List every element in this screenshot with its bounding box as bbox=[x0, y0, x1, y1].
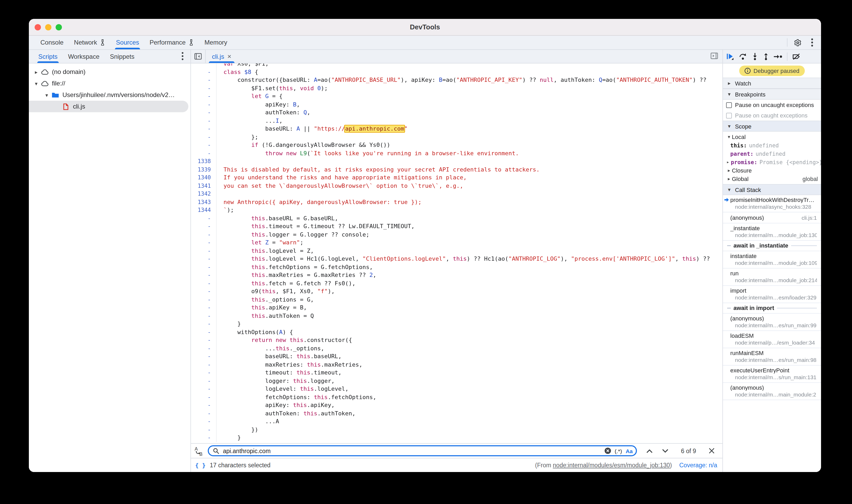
code-line[interactable]: - this.logLevel = Hc1(G.logLevel, "Clien… bbox=[191, 255, 723, 263]
source-code-view[interactable]: var Xs0, $F1;-class $8 {- constructor({b… bbox=[191, 64, 723, 443]
code-line[interactable]: - return new this.constructor({ bbox=[191, 336, 723, 344]
code-line[interactable]: - this.baseURL = G.baseURL, bbox=[191, 214, 723, 222]
pretty-print-marker[interactable]: - bbox=[191, 222, 216, 231]
pretty-print-marker[interactable]: - bbox=[191, 401, 216, 409]
pretty-print-marker[interactable] bbox=[191, 64, 216, 68]
scope-section-local[interactable]: ▾Local bbox=[723, 133, 821, 141]
pretty-print-marker[interactable]: - bbox=[191, 117, 216, 125]
tab-console[interactable]: Console bbox=[35, 36, 69, 49]
breakpoints-section-header[interactable]: ▾ Breakpoints bbox=[723, 89, 821, 100]
callstack-frame[interactable]: runMainESMnode:internal/m…es/run_main:98 bbox=[723, 348, 821, 365]
code-line[interactable]: - $F1.set(this, void 0); bbox=[191, 84, 723, 92]
pretty-print-marker[interactable]: - bbox=[191, 426, 216, 434]
pretty-print-marker[interactable]: - bbox=[191, 287, 216, 295]
callstack-frame[interactable]: (anonymous)node:internal/m…es/run_main:9… bbox=[723, 313, 821, 331]
toggle-debugger-sidebar-icon[interactable] bbox=[710, 52, 718, 60]
code-line[interactable]: - this.logger = G.logger ?? console; bbox=[191, 231, 723, 239]
callstack-frame[interactable]: runnode:internal/m…module_job:214 bbox=[723, 269, 821, 286]
close-button[interactable] bbox=[35, 24, 41, 30]
sidebar-tab-scripts[interactable]: Scripts bbox=[33, 50, 63, 63]
callstack-frame[interactable]: importnode:internal/m…esm/loader:329 bbox=[723, 286, 821, 303]
pretty-print-marker[interactable]: - bbox=[191, 239, 216, 247]
code-line[interactable]: - authToken: this.authToken, bbox=[191, 409, 723, 417]
code-line[interactable]: - logger: this.logger, bbox=[191, 377, 723, 385]
pretty-print-marker[interactable]: - bbox=[191, 149, 216, 157]
zoom-button[interactable] bbox=[56, 24, 62, 30]
code-line[interactable]: 1340If you understand the risks and have… bbox=[191, 174, 723, 182]
code-line[interactable]: - this.authToken = Q bbox=[191, 312, 723, 320]
code-line[interactable]: - this.apiKey = B, bbox=[191, 304, 723, 312]
pretty-print-marker[interactable]: - bbox=[191, 361, 216, 369]
code-line[interactable]: - } bbox=[191, 434, 723, 442]
editor-tab-clijs[interactable]: cli.js × bbox=[207, 50, 236, 63]
pretty-print-marker[interactable]: - bbox=[191, 214, 216, 222]
sidebar-tab-workspace[interactable]: Workspace bbox=[63, 50, 105, 63]
code-line[interactable]: - this.maxRetries = G.maxRetries ?? 2, bbox=[191, 271, 723, 279]
close-search-icon[interactable] bbox=[709, 448, 714, 454]
pretty-print-marker[interactable]: - bbox=[191, 336, 216, 344]
tree-item-users-jinhuilee-nvm-versions-node-v2-[interactable]: ▾Users/jinhuilee/.nvm/versions/node/v2… bbox=[29, 89, 191, 101]
step-into-button[interactable] bbox=[752, 52, 758, 60]
scope-variable[interactable]: ▸promise:Promise {<pending>} bbox=[723, 158, 821, 166]
step-out-button[interactable] bbox=[763, 52, 769, 60]
previous-match-icon[interactable] bbox=[646, 449, 653, 453]
code-line[interactable]: 1342 bbox=[191, 190, 723, 198]
code-line[interactable]: - logLevel: this.logLevel, bbox=[191, 385, 723, 393]
chevron-right-icon[interactable]: ▸ bbox=[726, 176, 732, 181]
step-button[interactable] bbox=[774, 54, 782, 59]
code-line[interactable]: - this.fetch = G.fetch ?? Fs0(), bbox=[191, 279, 723, 287]
line-number[interactable]: 1344 bbox=[191, 206, 216, 214]
pretty-print-marker[interactable]: - bbox=[191, 385, 216, 393]
pretty-print-marker[interactable]: - bbox=[191, 353, 216, 361]
pretty-print-marker[interactable]: - bbox=[191, 109, 216, 117]
pretty-print-marker[interactable]: - bbox=[191, 377, 216, 385]
editor-tab-close-icon[interactable]: × bbox=[227, 52, 231, 60]
code-line[interactable]: - apiKey: B, bbox=[191, 101, 723, 109]
pretty-print-marker[interactable]: - bbox=[191, 76, 216, 84]
code-line[interactable]: 1343new Anthropic({ apiKey, dangerouslyA… bbox=[191, 198, 723, 206]
code-line[interactable]: - throw new L9(`It looks like you're run… bbox=[191, 149, 723, 157]
line-number[interactable]: 1340 bbox=[191, 174, 216, 182]
pretty-print-marker[interactable]: - bbox=[191, 417, 216, 426]
kebab-menu-icon[interactable] bbox=[807, 38, 817, 47]
code-line[interactable]: - timeout: this.timeout, bbox=[191, 369, 723, 377]
resume-button[interactable] bbox=[726, 52, 734, 60]
deactivate-breakpoints-icon[interactable] bbox=[792, 53, 801, 60]
pretty-print-marker[interactable]: - bbox=[191, 393, 216, 401]
pretty-print-marker[interactable]: - bbox=[191, 133, 216, 141]
code-line[interactable]: - baseURL: A || "https://api.anthropic.c… bbox=[191, 125, 723, 133]
pretty-print-marker[interactable]: - bbox=[191, 68, 216, 76]
code-line[interactable]: -class $8 { bbox=[191, 68, 723, 76]
pretty-print-marker[interactable]: - bbox=[191, 328, 216, 336]
pretty-print-marker[interactable]: - bbox=[191, 409, 216, 417]
navigator-kebab-icon[interactable] bbox=[178, 51, 187, 61]
sidebar-tab-snippets[interactable]: Snippets bbox=[105, 50, 140, 63]
tree-item--no-domain-[interactable]: ▸(no domain) bbox=[29, 66, 191, 78]
pretty-print-marker[interactable]: - bbox=[191, 312, 216, 320]
tab-sources[interactable]: Sources bbox=[111, 36, 144, 49]
code-line[interactable]: - maxRetries: this.maxRetries, bbox=[191, 361, 723, 369]
pretty-print-marker[interactable]: - bbox=[191, 101, 216, 109]
code-line[interactable]: 1344`); bbox=[191, 206, 723, 214]
callstack-frame[interactable]: (anonymous)cli.js:1 bbox=[723, 212, 821, 223]
code-line[interactable]: - let Z = "warn"; bbox=[191, 239, 723, 247]
code-line[interactable]: - this._options = G, bbox=[191, 295, 723, 304]
replace-toggle-icon[interactable]: AB bbox=[193, 446, 203, 456]
next-match-icon[interactable] bbox=[662, 449, 668, 453]
chevron-down-icon[interactable]: ▾ bbox=[33, 80, 39, 86]
search-input[interactable]: api.anthropic.com (.*) Aa bbox=[208, 445, 637, 456]
code-line[interactable]: - constructor({baseURL: A=ao("ANTHROPIC_… bbox=[191, 76, 723, 84]
pretty-print-marker[interactable]: - bbox=[191, 84, 216, 92]
pretty-print-marker[interactable]: - bbox=[191, 263, 216, 271]
code-line[interactable]: - ...A bbox=[191, 417, 723, 426]
scope-section-global[interactable]: ▸Globalglobal bbox=[723, 175, 821, 183]
scope-section-header[interactable]: ▾ Scope bbox=[723, 121, 821, 132]
clear-search-icon[interactable] bbox=[604, 447, 611, 454]
pretty-print-marker[interactable]: - bbox=[191, 369, 216, 377]
scope-variable[interactable]: this:undefined bbox=[723, 141, 821, 149]
callstack-frame[interactable]: _instantiatenode:internal/m…module_job:1… bbox=[723, 223, 821, 241]
watch-section-header[interactable]: ▸ Watch bbox=[723, 78, 821, 89]
checkbox[interactable] bbox=[726, 102, 732, 108]
breakpoint-option[interactable]: Pause on caught exceptions bbox=[723, 110, 821, 121]
pretty-print-icon[interactable]: { } bbox=[195, 462, 206, 469]
